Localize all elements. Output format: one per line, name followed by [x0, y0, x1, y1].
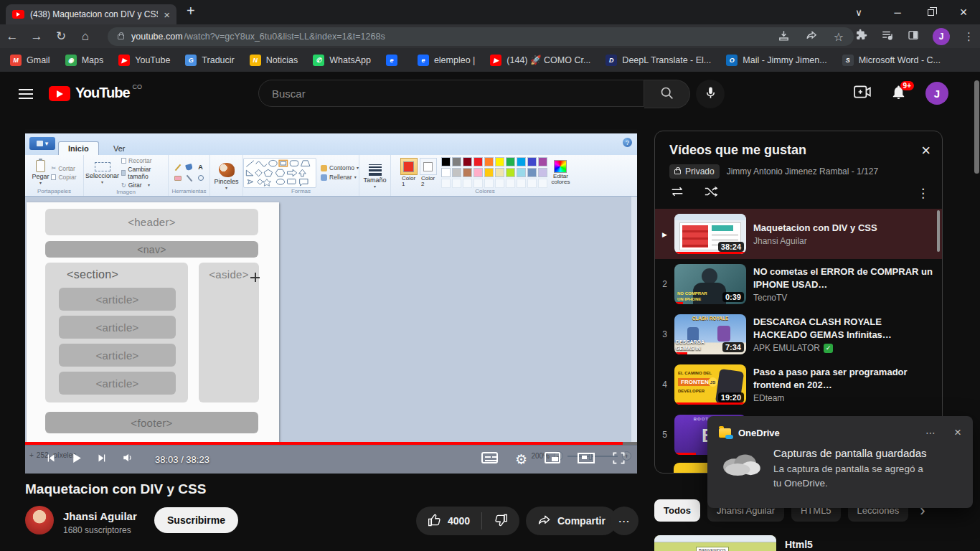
paint-canvas-area: <header> <nav> <section> <article> <arti… — [25, 197, 637, 445]
page-scrollbar[interactable] — [974, 80, 979, 174]
back-button[interactable]: ← — [0, 29, 24, 44]
toast-message: La captura de pantalla se agregó atu One… — [773, 462, 927, 490]
onedrive-notification[interactable]: OneDrive ⋯ × Capturas de pantalla guarda… — [707, 416, 973, 508]
video-player[interactable]: ▾ Inicio Ver ? Pegar▾ ✂Cortar Copiar — [25, 129, 637, 474]
color-swatch — [538, 157, 547, 166]
bookmark-item[interactable]: G Traducir — [185, 55, 234, 66]
thumbnail: CLASH ROYALE DESCARGAGEMAS IN 7:34 — [674, 314, 746, 354]
word-icon: S — [842, 55, 854, 66]
shuffle-icon[interactable] — [704, 186, 720, 200]
notifications-icon[interactable]: 9+ — [890, 84, 907, 103]
reload-button[interactable]: ↻ — [49, 29, 73, 44]
rotate-icon: ↻ — [121, 182, 126, 189]
thumbnail: EL CAMINO DEL FRONTEND DEVELOPER JS 19:2… — [674, 364, 746, 405]
share-page-icon[interactable] — [806, 29, 818, 44]
next-button[interactable] — [97, 453, 108, 466]
bookmark-item[interactable]: ▶ (144) 🚀 COMO Cr... — [490, 55, 590, 66]
create-icon[interactable] — [853, 83, 872, 104]
account-avatar[interactable]: J — [925, 82, 948, 105]
close-window-button[interactable]: × — [947, 5, 980, 20]
sidebar-icon[interactable] — [908, 29, 919, 44]
bookmark-item[interactable]: D DeepL Translate - El... — [606, 55, 711, 66]
bookmark-item[interactable]: M Gmail — [10, 55, 50, 66]
playlist-close-icon[interactable]: × — [921, 141, 930, 160]
more-actions-button[interactable]: ⋯ — [610, 507, 639, 535]
bookmark-item[interactable]: e elempleo | — [418, 55, 475, 66]
bookmark-item[interactable]: ✆ WhatsApp — [313, 55, 371, 66]
crop-button: Recortar — [121, 157, 166, 164]
browser-tab-strip: (438) Maquetacion con DIV y CSS × + ∨ ─ … — [0, 0, 980, 24]
paint-menu-button: ▾ — [29, 137, 55, 150]
loop-icon[interactable] — [669, 186, 685, 200]
copy-button: Copiar — [51, 174, 76, 181]
fullscreen-icon[interactable] — [612, 451, 626, 468]
size-group: Tamaño▾ — [359, 155, 391, 196]
new-tab-button[interactable]: + — [187, 3, 195, 19]
volume-icon[interactable] — [122, 451, 135, 467]
bookmark-item[interactable]: e — [386, 55, 402, 66]
save-offline-icon[interactable] — [778, 29, 790, 44]
playlist-item-2[interactable]: 2 NO COMPRARUN IPHONE 0:39 NO cometas el… — [655, 259, 942, 309]
playlist-scrollbar[interactable] — [937, 210, 940, 252]
bookmark-item[interactable]: O Mail - Jimmy Jimen... — [726, 55, 826, 66]
elempleo-icon: e — [386, 55, 397, 66]
youtube-logo[interactable]: YouTube CO — [49, 85, 142, 101]
subtitles-icon[interactable] — [481, 452, 498, 466]
browser-menu-icon[interactable]: ⋮ — [963, 30, 974, 43]
playlist-item-4[interactable]: 4 EL CAMINO DEL FRONTEND DEVELOPER JS 19… — [655, 359, 942, 410]
extensions-icon[interactable] — [855, 29, 867, 44]
settings-icon[interactable]: ⚙ — [515, 453, 527, 466]
channel-avatar[interactable] — [25, 506, 54, 534]
minimize-button[interactable]: ─ — [881, 7, 914, 18]
color-swatch — [517, 157, 526, 166]
browser-profile-avatar[interactable]: J — [933, 28, 950, 45]
toast-close-icon[interactable]: × — [954, 425, 961, 440]
play-button[interactable] — [70, 452, 83, 467]
bookmark-item[interactable]: N Noticias — [250, 55, 298, 66]
playlist-item-3[interactable]: 3 CLASH ROYALE DESCARGAGEMAS IN 7:34 DES… — [655, 309, 942, 359]
forward-button[interactable]: → — [24, 29, 49, 44]
bookmark-star-icon[interactable]: ☆ — [834, 30, 844, 44]
related-video-title: Html5 — [785, 539, 813, 551]
media-controls-icon[interactable] — [881, 29, 894, 44]
duration-badge: 0:39 — [722, 292, 744, 302]
outline-icon — [321, 165, 327, 171]
dislike-button[interactable] — [482, 513, 519, 529]
subscribe-button[interactable]: Suscribirme — [154, 507, 238, 533]
like-button[interactable]: 4000 — [416, 513, 481, 529]
screen: (438) Maquetacion con DIV y CSS × + ∨ ─ … — [0, 0, 980, 551]
color-swatch — [506, 168, 515, 177]
toast-more-icon[interactable]: ⋯ — [925, 427, 936, 438]
like-dislike-bar: 4000 — [416, 507, 519, 535]
search-button[interactable] — [644, 80, 690, 108]
related-video[interactable]: BIENVENIDOS Html5 — [654, 535, 813, 551]
browser-tab[interactable]: (438) Maquetacion con DIV y CSS × — [6, 4, 176, 24]
search-input[interactable] — [272, 88, 644, 100]
line-size-icon — [369, 164, 382, 176]
tab-search-icon[interactable]: ∨ — [842, 7, 875, 18]
playlist-item-1[interactable]: ▶ 38:24 Maquetacion con DIV y CSS Jhansi… — [655, 209, 942, 259]
select-button: Seleccionar▾ — [85, 162, 119, 184]
whatsapp-icon: ✆ — [313, 55, 324, 66]
search-box[interactable] — [258, 80, 644, 107]
theater-mode-icon[interactable] — [578, 453, 595, 466]
channel-name[interactable]: Jhansi Aguilar — [63, 510, 137, 522]
home-button[interactable]: ⌂ — [73, 29, 98, 44]
color-swatch — [506, 157, 515, 166]
tab-close-icon[interactable]: × — [164, 9, 170, 20]
miniplayer-icon[interactable] — [545, 452, 560, 466]
chip-todos[interactable]: Todos — [654, 499, 700, 522]
share-button[interactable]: Compartir — [526, 507, 617, 535]
layout-section-box: <section> <article> <article> <article> … — [45, 263, 188, 402]
selection-icon — [95, 162, 110, 171]
guide-menu-icon[interactable] — [19, 89, 33, 99]
playlist-menu-icon[interactable]: ⋮ — [917, 186, 929, 201]
google-news-icon: N — [250, 55, 261, 66]
bookmark-item[interactable]: S Microsoft Word - C... — [842, 55, 941, 66]
restore-button[interactable] — [914, 7, 947, 18]
bookmark-item[interactable]: ◉ Maps — [65, 55, 104, 66]
url-bar[interactable]: youtube.com /watch?v=gcY8ux_6tu0&list=LL… — [108, 27, 854, 46]
bookmark-item[interactable]: ▶ YouTube — [118, 55, 170, 66]
previous-button[interactable] — [45, 453, 56, 466]
voice-search-button[interactable] — [696, 80, 725, 108]
